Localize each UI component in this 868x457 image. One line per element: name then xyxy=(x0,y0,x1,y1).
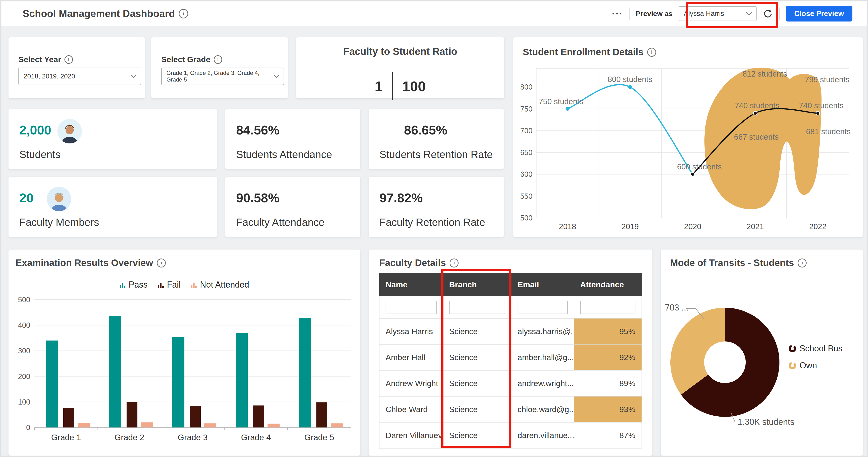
ratio-students-value: 100 xyxy=(402,78,426,94)
chevron-down-icon xyxy=(746,11,752,16)
filter-input-attendance[interactable] xyxy=(580,301,636,314)
select-grade-dropdown[interactable]: Grade 1, Grade 2, Grade 3, Grade 4, Grad… xyxy=(161,67,284,85)
data-point-marker[interactable] xyxy=(628,85,632,89)
column-header-branch[interactable]: Branch xyxy=(443,273,512,296)
data-point-marker[interactable] xyxy=(566,107,569,111)
info-icon[interactable] xyxy=(64,55,73,64)
y-axis-tick-label: 300 xyxy=(18,347,30,355)
data-point-marker[interactable] xyxy=(816,111,820,115)
filter-cell xyxy=(512,296,574,318)
table-cell-branch: Science xyxy=(443,345,512,371)
filter-input-name[interactable] xyxy=(385,301,437,314)
page-title: School Management Dashboard xyxy=(23,8,175,19)
y-axis-tick-label: 500 xyxy=(520,214,532,222)
faculty-avatar-icon xyxy=(46,186,72,212)
bar-fail-grade-1[interactable] xyxy=(63,408,74,427)
dashboard-info-icon[interactable] xyxy=(179,9,188,19)
ratio-title: Faculty to Student Ratio xyxy=(296,46,504,57)
x-axis-tick-label: Grade 5 xyxy=(304,433,334,442)
toolbar-divider xyxy=(779,7,780,20)
y-axis-tick-label: 500 xyxy=(18,295,30,304)
donut-slice-label: 703 ... xyxy=(665,303,688,312)
legend-item-own[interactable]: Own xyxy=(788,361,842,371)
faculty-student-ratio-card: Faculty to Student Ratio 1 100 xyxy=(296,37,504,98)
table-row: Andrew WrightScienceandrew.wright...89% xyxy=(379,371,642,397)
table-cell-branch: Science xyxy=(443,397,512,423)
column-header-attendance[interactable]: Attendance xyxy=(574,273,642,296)
filter-cell xyxy=(574,296,642,318)
bar-pass-grade-2[interactable] xyxy=(109,316,121,427)
bar-fail-grade-5[interactable] xyxy=(316,402,327,427)
select-grade-card: Select Grade Grade 1, Grade 2, Grade 3, … xyxy=(151,37,288,98)
x-axis-tick-label: Grade 1 xyxy=(51,433,81,442)
bar-pass-grade-3[interactable] xyxy=(173,337,184,427)
bar-not-attended-grade-3[interactable] xyxy=(204,424,216,427)
faculty-attendance-value: 90.58% xyxy=(236,191,279,205)
faculty-attendance-label: Faculty Attendance xyxy=(236,217,324,228)
y-axis-tick-label: 400 xyxy=(18,321,30,330)
select-grade-label: Select Grade xyxy=(161,55,210,64)
table-cell-email: chloe.ward@g... xyxy=(512,397,574,423)
bar-not-attended-grade-2[interactable] xyxy=(141,422,153,427)
examination-results-card: Examination Results Overview PassFailNot… xyxy=(8,250,360,456)
table-cell-email: daren.villanue... xyxy=(512,423,574,449)
column-header-name[interactable]: Name xyxy=(379,273,443,296)
bar-not-attended-grade-1[interactable] xyxy=(78,423,90,427)
chevron-down-icon xyxy=(130,75,136,78)
faculty-retention-card: 97.82% Faculty Retention Rate xyxy=(369,177,504,237)
y-axis-tick-label: 700 xyxy=(520,127,532,135)
students-count-value: 2,000 xyxy=(19,123,51,137)
table-cell-attendance: 93% xyxy=(574,397,642,423)
close-preview-button[interactable]: Close Preview xyxy=(786,6,852,22)
table-cell-name: Andrew Wright xyxy=(379,371,443,397)
y-axis-tick-label: 800 xyxy=(520,83,532,91)
bar-fail-grade-3[interactable] xyxy=(190,406,201,427)
data-point-marker[interactable] xyxy=(691,172,695,176)
filter-input-email[interactable] xyxy=(518,301,568,314)
data-point-label: 750 students xyxy=(539,97,584,106)
data-point-label: 800 students xyxy=(608,75,652,84)
info-icon[interactable] xyxy=(450,258,459,267)
y-axis-tick-label: 650 xyxy=(520,148,532,157)
preview-as-label: Preview as xyxy=(636,10,673,18)
select-year-dropdown[interactable]: 2018, 2019, 2020 xyxy=(19,67,141,85)
filter-cell xyxy=(379,296,443,318)
more-options-icon[interactable] xyxy=(611,13,623,15)
x-axis-tick-label: 2020 xyxy=(684,222,701,231)
y-axis-tick-label: 0 xyxy=(26,424,30,432)
legend-item-school-bus[interactable]: School Bus xyxy=(788,344,842,353)
bar-fail-grade-2[interactable] xyxy=(127,402,137,427)
bar-not-attended-grade-5[interactable] xyxy=(331,424,343,427)
bar-pass-grade-4[interactable] xyxy=(236,333,248,427)
filter-input-branch[interactable] xyxy=(449,301,505,314)
data-point-marker[interactable] xyxy=(753,111,757,115)
info-icon[interactable] xyxy=(214,55,222,64)
faculty-count-card: 20 Faculty Members xyxy=(8,177,217,237)
transit-chart-legend: School BusOwn xyxy=(788,344,842,371)
column-header-email[interactable]: Email xyxy=(512,273,574,296)
bar-not-attended-grade-4[interactable] xyxy=(268,424,280,427)
donut-icon xyxy=(788,344,797,353)
students-attendance-card: 84.56% Students Attendance xyxy=(225,109,360,169)
preview-user-dropdown[interactable]: Alyssa Harris xyxy=(679,6,756,21)
bar-pass-grade-5[interactable] xyxy=(299,318,311,427)
chevron-down-icon xyxy=(274,75,279,78)
students-attendance-label: Students Attendance xyxy=(236,149,332,161)
table-row: Daren VillanuevaSciencedaren.villanue...… xyxy=(379,423,642,449)
bar-pass-grade-1[interactable] xyxy=(46,341,58,427)
students-retention-value: 86.65% xyxy=(404,123,447,137)
student-avatar-icon xyxy=(57,118,83,144)
x-axis-tick-label: 2019 xyxy=(621,222,639,231)
donut-icon xyxy=(788,361,797,370)
table-cell-attendance: 95% xyxy=(574,318,642,345)
select-year-label: Select Year xyxy=(19,55,61,64)
student-enrollment-card: Student Enrollment Details 5005506006507… xyxy=(513,37,863,237)
bar-fail-grade-4[interactable] xyxy=(253,405,264,427)
faculty-count-value: 20 xyxy=(19,191,34,205)
select-grade-value: Grade 1, Grade 2, Grade 3, Grade 4, Grad… xyxy=(166,70,274,83)
table-cell-branch: Science xyxy=(443,318,512,345)
students-attendance-value: 84.56% xyxy=(236,123,279,137)
preview-user-value: Alyssa Harris xyxy=(684,10,724,18)
refresh-icon[interactable] xyxy=(763,8,773,19)
table-cell-email: andrew.wright... xyxy=(512,371,574,397)
